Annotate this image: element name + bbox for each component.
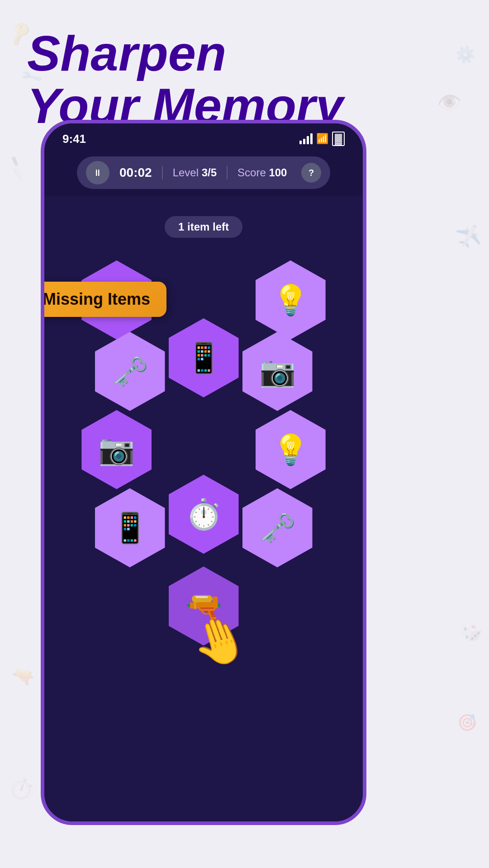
- hex-with-hand: 🔫 🤚: [169, 566, 239, 646]
- hex-row-5: 🔫 🤚: [53, 566, 354, 646]
- battery-icon: ▓: [332, 132, 345, 146]
- camera-emoji-1: 📷: [259, 354, 296, 389]
- hex-key-1[interactable]: 🗝️: [95, 332, 165, 411]
- hex-bulb-1[interactable]: 💡: [256, 260, 326, 340]
- key-emoji-1: 🗝️: [112, 354, 148, 389]
- bulb-emoji-2: 💡: [272, 433, 309, 467]
- status-time: 9:41: [62, 132, 86, 146]
- hex-camera-1[interactable]: 📷: [242, 332, 313, 411]
- pause-icon: ⏸: [93, 168, 102, 178]
- items-left-container: 1 item left: [44, 205, 363, 247]
- missing-items-label: Missing Items: [41, 282, 166, 317]
- signal-icon: [299, 133, 313, 144]
- hex-bulb-2[interactable]: 💡: [256, 410, 326, 489]
- title-line1: Sharpen: [27, 27, 343, 80]
- toolbar-inner: ⏸ 00:02 Level 3/5 Score 100 ?: [77, 156, 330, 189]
- main-title: Sharpen Your Memory: [27, 27, 343, 132]
- divider-1: [162, 166, 163, 179]
- help-button[interactable]: ?: [301, 163, 321, 183]
- status-icons: 📶 ▓: [299, 132, 345, 146]
- bulb-emoji-1: 💡: [272, 283, 309, 317]
- hex-phone-2[interactable]: 📱: [95, 488, 165, 567]
- stopwatch-emoji-2: ⏱️: [185, 497, 222, 532]
- phone-emoji-2: 📱: [112, 511, 148, 545]
- camera-emoji-2: 📷: [98, 433, 135, 467]
- items-left-badge: 1 item left: [165, 216, 242, 238]
- phone-emoji-1: 📱: [185, 341, 222, 375]
- level-display: Level 3/5: [168, 166, 221, 179]
- wifi-icon: 📶: [316, 133, 328, 145]
- score-display: Score 100: [233, 166, 291, 179]
- hex-camera-2[interactable]: 📷: [81, 410, 152, 489]
- hex-row-4: 📱 ⏱️ 🗝️: [53, 488, 354, 567]
- divider-2: [227, 166, 228, 179]
- game-toolbar: ⏸ 00:02 Level 3/5 Score 100 ?: [44, 150, 363, 196]
- timer-display: 00:02: [115, 165, 157, 180]
- phone-mockup: 9:41 📶 ▓ ⏸ 00:02 Level 3/5 Score: [41, 120, 366, 825]
- status-bar: 9:41 📶 ▓: [44, 123, 363, 150]
- game-content: 1 item left Missing Items ⏱️ 💡 🗝️: [44, 196, 363, 825]
- key-emoji-2: 🗝️: [259, 511, 296, 545]
- hex-key-2[interactable]: 🗝️: [242, 488, 313, 567]
- hex-row-2: 🗝️ 📱 📷: [53, 332, 354, 411]
- pause-button[interactable]: ⏸: [86, 161, 109, 184]
